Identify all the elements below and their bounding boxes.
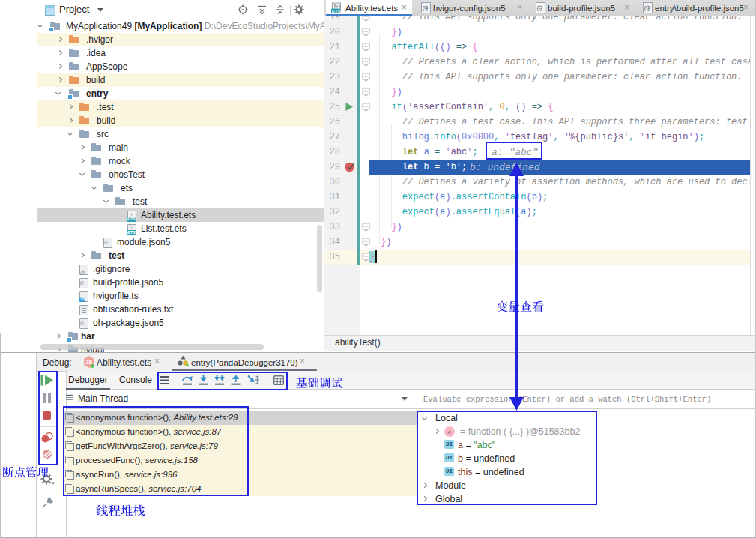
svg-text:ETS: ETS [332,9,341,13]
